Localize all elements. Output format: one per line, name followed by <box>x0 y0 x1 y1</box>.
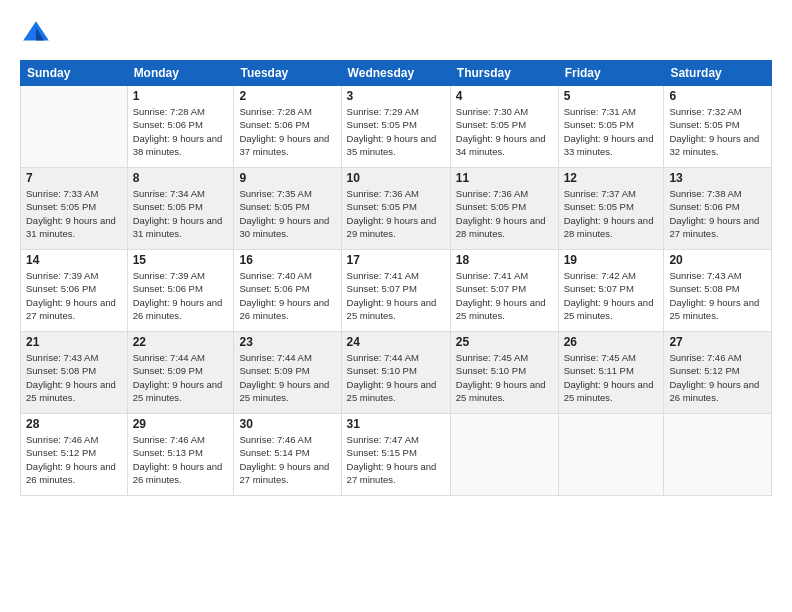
calendar-day-cell: 30Sunrise: 7:46 AMSunset: 5:14 PMDayligh… <box>234 414 341 496</box>
day-info: Sunrise: 7:31 AMSunset: 5:05 PMDaylight:… <box>564 105 659 158</box>
calendar-day-cell: 22Sunrise: 7:44 AMSunset: 5:09 PMDayligh… <box>127 332 234 414</box>
weekday-header-saturday: Saturday <box>664 61 772 86</box>
calendar-day-cell: 17Sunrise: 7:41 AMSunset: 5:07 PMDayligh… <box>341 250 450 332</box>
day-number: 1 <box>133 89 229 103</box>
calendar-day-cell <box>450 414 558 496</box>
day-info: Sunrise: 7:46 AMSunset: 5:13 PMDaylight:… <box>133 433 229 486</box>
weekday-header-friday: Friday <box>558 61 664 86</box>
day-info: Sunrise: 7:38 AMSunset: 5:06 PMDaylight:… <box>669 187 766 240</box>
calendar-day-cell: 20Sunrise: 7:43 AMSunset: 5:08 PMDayligh… <box>664 250 772 332</box>
calendar-day-cell: 2Sunrise: 7:28 AMSunset: 5:06 PMDaylight… <box>234 86 341 168</box>
calendar-day-cell: 25Sunrise: 7:45 AMSunset: 5:10 PMDayligh… <box>450 332 558 414</box>
calendar-day-cell: 1Sunrise: 7:28 AMSunset: 5:06 PMDaylight… <box>127 86 234 168</box>
calendar-day-cell <box>21 86 128 168</box>
day-info: Sunrise: 7:47 AMSunset: 5:15 PMDaylight:… <box>347 433 445 486</box>
day-info: Sunrise: 7:46 AMSunset: 5:12 PMDaylight:… <box>669 351 766 404</box>
day-info: Sunrise: 7:46 AMSunset: 5:14 PMDaylight:… <box>239 433 335 486</box>
calendar-day-cell: 18Sunrise: 7:41 AMSunset: 5:07 PMDayligh… <box>450 250 558 332</box>
day-info: Sunrise: 7:28 AMSunset: 5:06 PMDaylight:… <box>239 105 335 158</box>
calendar-table: SundayMondayTuesdayWednesdayThursdayFrid… <box>20 60 772 496</box>
day-number: 17 <box>347 253 445 267</box>
day-info: Sunrise: 7:41 AMSunset: 5:07 PMDaylight:… <box>456 269 553 322</box>
calendar-week-row: 21Sunrise: 7:43 AMSunset: 5:08 PMDayligh… <box>21 332 772 414</box>
calendar-day-cell: 4Sunrise: 7:30 AMSunset: 5:05 PMDaylight… <box>450 86 558 168</box>
day-info: Sunrise: 7:32 AMSunset: 5:05 PMDaylight:… <box>669 105 766 158</box>
day-info: Sunrise: 7:37 AMSunset: 5:05 PMDaylight:… <box>564 187 659 240</box>
calendar-day-cell: 12Sunrise: 7:37 AMSunset: 5:05 PMDayligh… <box>558 168 664 250</box>
calendar-day-cell: 14Sunrise: 7:39 AMSunset: 5:06 PMDayligh… <box>21 250 128 332</box>
weekday-header-sunday: Sunday <box>21 61 128 86</box>
day-info: Sunrise: 7:36 AMSunset: 5:05 PMDaylight:… <box>456 187 553 240</box>
day-info: Sunrise: 7:29 AMSunset: 5:05 PMDaylight:… <box>347 105 445 158</box>
calendar-day-cell: 10Sunrise: 7:36 AMSunset: 5:05 PMDayligh… <box>341 168 450 250</box>
calendar-week-row: 1Sunrise: 7:28 AMSunset: 5:06 PMDaylight… <box>21 86 772 168</box>
day-number: 6 <box>669 89 766 103</box>
day-number: 31 <box>347 417 445 431</box>
day-info: Sunrise: 7:44 AMSunset: 5:09 PMDaylight:… <box>133 351 229 404</box>
calendar-day-cell: 15Sunrise: 7:39 AMSunset: 5:06 PMDayligh… <box>127 250 234 332</box>
calendar-week-row: 7Sunrise: 7:33 AMSunset: 5:05 PMDaylight… <box>21 168 772 250</box>
day-info: Sunrise: 7:43 AMSunset: 5:08 PMDaylight:… <box>26 351 122 404</box>
day-info: Sunrise: 7:28 AMSunset: 5:06 PMDaylight:… <box>133 105 229 158</box>
calendar-header-row: SundayMondayTuesdayWednesdayThursdayFrid… <box>21 61 772 86</box>
day-info: Sunrise: 7:41 AMSunset: 5:07 PMDaylight:… <box>347 269 445 322</box>
day-info: Sunrise: 7:39 AMSunset: 5:06 PMDaylight:… <box>133 269 229 322</box>
calendar-day-cell: 19Sunrise: 7:42 AMSunset: 5:07 PMDayligh… <box>558 250 664 332</box>
calendar-day-cell: 21Sunrise: 7:43 AMSunset: 5:08 PMDayligh… <box>21 332 128 414</box>
calendar-day-cell: 7Sunrise: 7:33 AMSunset: 5:05 PMDaylight… <box>21 168 128 250</box>
calendar-day-cell: 29Sunrise: 7:46 AMSunset: 5:13 PMDayligh… <box>127 414 234 496</box>
calendar-day-cell: 6Sunrise: 7:32 AMSunset: 5:05 PMDaylight… <box>664 86 772 168</box>
day-number: 4 <box>456 89 553 103</box>
day-number: 25 <box>456 335 553 349</box>
calendar-day-cell: 8Sunrise: 7:34 AMSunset: 5:05 PMDaylight… <box>127 168 234 250</box>
day-info: Sunrise: 7:36 AMSunset: 5:05 PMDaylight:… <box>347 187 445 240</box>
day-info: Sunrise: 7:42 AMSunset: 5:07 PMDaylight:… <box>564 269 659 322</box>
page: SundayMondayTuesdayWednesdayThursdayFrid… <box>0 0 792 612</box>
calendar-day-cell: 16Sunrise: 7:40 AMSunset: 5:06 PMDayligh… <box>234 250 341 332</box>
day-number: 14 <box>26 253 122 267</box>
calendar-day-cell <box>664 414 772 496</box>
day-number: 22 <box>133 335 229 349</box>
day-info: Sunrise: 7:45 AMSunset: 5:11 PMDaylight:… <box>564 351 659 404</box>
weekday-header-wednesday: Wednesday <box>341 61 450 86</box>
day-info: Sunrise: 7:44 AMSunset: 5:10 PMDaylight:… <box>347 351 445 404</box>
day-info: Sunrise: 7:30 AMSunset: 5:05 PMDaylight:… <box>456 105 553 158</box>
day-number: 9 <box>239 171 335 185</box>
logo <box>20 18 56 50</box>
day-info: Sunrise: 7:40 AMSunset: 5:06 PMDaylight:… <box>239 269 335 322</box>
day-number: 29 <box>133 417 229 431</box>
calendar-week-row: 28Sunrise: 7:46 AMSunset: 5:12 PMDayligh… <box>21 414 772 496</box>
day-number: 2 <box>239 89 335 103</box>
day-number: 7 <box>26 171 122 185</box>
day-info: Sunrise: 7:35 AMSunset: 5:05 PMDaylight:… <box>239 187 335 240</box>
day-info: Sunrise: 7:33 AMSunset: 5:05 PMDaylight:… <box>26 187 122 240</box>
weekday-header-tuesday: Tuesday <box>234 61 341 86</box>
day-number: 20 <box>669 253 766 267</box>
day-number: 27 <box>669 335 766 349</box>
calendar-day-cell: 11Sunrise: 7:36 AMSunset: 5:05 PMDayligh… <box>450 168 558 250</box>
day-number: 13 <box>669 171 766 185</box>
calendar-day-cell: 24Sunrise: 7:44 AMSunset: 5:10 PMDayligh… <box>341 332 450 414</box>
day-info: Sunrise: 7:34 AMSunset: 5:05 PMDaylight:… <box>133 187 229 240</box>
day-number: 24 <box>347 335 445 349</box>
day-info: Sunrise: 7:39 AMSunset: 5:06 PMDaylight:… <box>26 269 122 322</box>
weekday-header-monday: Monday <box>127 61 234 86</box>
day-info: Sunrise: 7:46 AMSunset: 5:12 PMDaylight:… <box>26 433 122 486</box>
calendar-week-row: 14Sunrise: 7:39 AMSunset: 5:06 PMDayligh… <box>21 250 772 332</box>
day-number: 16 <box>239 253 335 267</box>
weekday-header-thursday: Thursday <box>450 61 558 86</box>
day-number: 12 <box>564 171 659 185</box>
day-info: Sunrise: 7:45 AMSunset: 5:10 PMDaylight:… <box>456 351 553 404</box>
calendar-day-cell: 5Sunrise: 7:31 AMSunset: 5:05 PMDaylight… <box>558 86 664 168</box>
logo-icon <box>20 18 52 50</box>
day-number: 26 <box>564 335 659 349</box>
day-number: 10 <box>347 171 445 185</box>
day-number: 19 <box>564 253 659 267</box>
day-number: 30 <box>239 417 335 431</box>
calendar-day-cell: 31Sunrise: 7:47 AMSunset: 5:15 PMDayligh… <box>341 414 450 496</box>
calendar-day-cell: 3Sunrise: 7:29 AMSunset: 5:05 PMDaylight… <box>341 86 450 168</box>
day-number: 8 <box>133 171 229 185</box>
calendar-day-cell: 9Sunrise: 7:35 AMSunset: 5:05 PMDaylight… <box>234 168 341 250</box>
calendar-day-cell: 28Sunrise: 7:46 AMSunset: 5:12 PMDayligh… <box>21 414 128 496</box>
calendar-day-cell: 27Sunrise: 7:46 AMSunset: 5:12 PMDayligh… <box>664 332 772 414</box>
